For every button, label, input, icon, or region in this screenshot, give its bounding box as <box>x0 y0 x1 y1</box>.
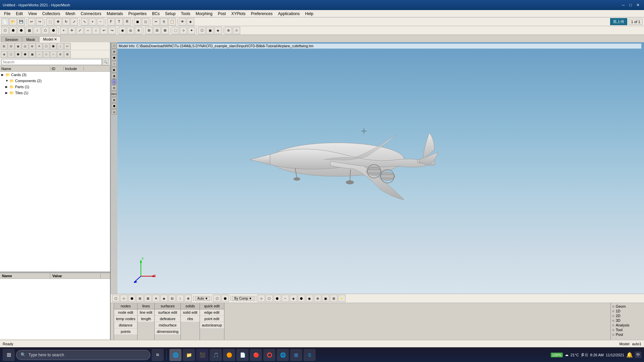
view-right[interactable]: R <box>123 18 131 25</box>
expand-tiles[interactable]: ▶ <box>5 91 9 95</box>
vp-icon-9[interactable]: ABC <box>111 91 117 97</box>
menu-post[interactable]: Post <box>215 11 228 17</box>
edge-edit-btn[interactable]: edge edit <box>200 309 224 316</box>
taskbar-edge[interactable]: 🌐 <box>169 349 181 361</box>
vp-icon-11[interactable]: ⬣ <box>111 103 117 109</box>
search-button[interactable]: 🔍 <box>102 59 109 65</box>
save-btn[interactable]: 💾 <box>17 18 25 25</box>
zoom-out-btn[interactable]: − <box>97 18 104 25</box>
left-tb-9[interactable]: ↕ <box>57 43 64 50</box>
btb-12[interactable]: ⬢ <box>221 295 229 302</box>
left-tb2-1[interactable]: ◈ <box>1 51 7 58</box>
btb-18[interactable]: ⬣ <box>298 295 305 302</box>
expand-components[interactable]: ▼ <box>5 79 9 82</box>
auto-dropdown[interactable]: Auto ▼ <box>195 296 210 301</box>
cut-btn[interactable]: ✂ <box>152 18 160 25</box>
tb2-btn19[interactable]: ⊟ <box>153 27 161 34</box>
taskbar-explorer[interactable]: 📁 <box>183 349 195 361</box>
defeature-btn[interactable]: defeature <box>155 316 180 322</box>
vp-icon-3[interactable]: ⬢ <box>111 55 117 60</box>
menu-morphing[interactable]: Morphing <box>193 11 215 17</box>
left-tb-7[interactable]: ⬡ <box>43 43 50 50</box>
taskbar-terminal[interactable]: ⬛ <box>196 349 208 361</box>
left-tb-2[interactable]: ⊟ <box>8 43 14 50</box>
tb2-btn20[interactable]: ⊠ <box>161 27 169 34</box>
taskbar-search[interactable]: 🔍 Type here to search <box>16 350 150 360</box>
tb2-btn6[interactable]: ⬡ <box>42 27 49 34</box>
tb2-btn12[interactable]: ↕ <box>92 27 100 34</box>
btb-6[interactable]: ✕ <box>152 295 160 302</box>
taskbar-app1[interactable]: 🔴 <box>250 349 262 361</box>
menu-file[interactable]: File <box>1 11 13 17</box>
hide-btn[interactable]: 👁 <box>179 18 186 25</box>
tab-model[interactable]: Model ✕ <box>39 36 61 42</box>
btb-19[interactable]: ◉ <box>306 295 313 302</box>
node-edit-btn[interactable]: node edit <box>114 309 137 316</box>
close-button[interactable]: ✕ <box>635 2 641 8</box>
btb-9[interactable]: ↕ <box>176 295 184 302</box>
tb2-btn3[interactable]: ⬣ <box>17 27 25 34</box>
menu-applications[interactable]: Applications <box>275 11 303 17</box>
tb2-btn27[interactable]: ⊛ <box>225 27 232 34</box>
tab-session[interactable]: Session <box>1 37 22 42</box>
open-btn[interactable]: 📂 <box>9 18 17 25</box>
tb2-btn7[interactable]: ⬢ <box>50 27 57 34</box>
btb-8[interactable]: ⊟ <box>168 295 176 302</box>
radio-analysis[interactable]: ○ Analysis <box>612 323 643 327</box>
left-tb-6[interactable]: ✕ <box>36 43 43 50</box>
maximize-button[interactable]: □ <box>627 2 634 8</box>
distance-btn[interactable]: distance <box>114 322 137 328</box>
menu-tools[interactable]: Tools <box>178 11 193 17</box>
vp-icon-7[interactable]: 123 <box>111 79 117 84</box>
menu-view[interactable]: View <box>25 11 40 17</box>
menu-mesh[interactable]: Mesh <box>63 11 78 17</box>
btb-21[interactable]: ▣ <box>322 295 329 302</box>
left-tb2-4[interactable]: ⬣ <box>22 51 29 58</box>
undo-btn[interactable]: ↩ <box>28 18 35 25</box>
left-tb2-8[interactable]: ↔ <box>50 51 57 58</box>
tb2-btn23[interactable]: ✦ <box>188 27 195 34</box>
taskbar-app3[interactable]: 🌐 <box>277 349 289 361</box>
btb-17[interactable]: ◈ <box>290 295 297 302</box>
tree-item-tiles[interactable]: ▶ 📁 Tiles (1) <box>0 90 110 96</box>
left-tb2-3[interactable]: ⬢ <box>15 51 21 58</box>
tree-item-parts[interactable]: ▶ 📁 Parts (1) <box>0 84 110 90</box>
taskbar-app2[interactable]: ⭕ <box>263 349 275 361</box>
bycomp-dropdown[interactable]: By Comp ▼ <box>232 296 254 301</box>
btb-2[interactable]: ⊹ <box>120 295 127 302</box>
taskbar-music[interactable]: 🎵 <box>210 349 222 361</box>
radio-1d[interactable]: ○ 1D <box>612 309 643 313</box>
vp-icon-4[interactable]: ⊹ <box>111 61 117 66</box>
tb2-btn1[interactable]: ⬡ <box>1 27 9 34</box>
btb-5[interactable]: ⊠ <box>144 295 152 302</box>
btb-22[interactable]: ⊞ <box>330 295 337 302</box>
btb-16[interactable]: − <box>282 295 289 302</box>
wire-btn[interactable]: ◻ <box>142 18 149 25</box>
expand-parts[interactable]: ▶ <box>5 85 9 88</box>
upload-btn[interactable]: 批上传 <box>610 18 627 25</box>
tb2-btn4[interactable]: ▦ <box>25 27 33 34</box>
expand-cards[interactable]: ▶ <box>1 73 5 76</box>
surface-edit-btn[interactable]: surface edit <box>155 309 180 316</box>
tb2-btn5[interactable]: ↕ <box>34 27 41 34</box>
menu-properties[interactable]: Properties <box>126 11 150 17</box>
taskbar-notifications[interactable]: 🔔 <box>626 352 633 358</box>
midsurface-btn[interactable]: midsurface <box>155 322 180 328</box>
menu-help[interactable]: Help <box>303 11 316 17</box>
tb2-btn10[interactable]: ⤢ <box>76 27 84 34</box>
vp-icon-12[interactable]: ◎ <box>111 109 117 115</box>
left-tb2-9[interactable]: ⊛ <box>57 51 64 58</box>
tb2-btn16[interactable]: ◎ <box>127 27 134 34</box>
viewport-3d[interactable]: Model Info: C:\BaiduDownload\WINC\Tu-154… <box>111 42 644 294</box>
view-top[interactable]: T <box>115 18 123 25</box>
btb-14[interactable]: ⬡ <box>266 295 273 302</box>
left-tb-1[interactable]: ⊞ <box>1 43 7 50</box>
btb-7[interactable]: ◈ <box>160 295 168 302</box>
radio-2d[interactable]: ○ 2D <box>612 314 643 318</box>
vp-icon-10[interactable]: ⊠ <box>111 97 117 103</box>
tb2-btn15[interactable]: ◉ <box>119 27 126 34</box>
new-btn[interactable]: 📄 <box>1 18 9 25</box>
menu-bcs[interactable]: BCs <box>149 11 162 17</box>
tb2-btn11[interactable]: ↔ <box>84 27 92 34</box>
start-button[interactable]: ⊞ <box>3 349 15 361</box>
